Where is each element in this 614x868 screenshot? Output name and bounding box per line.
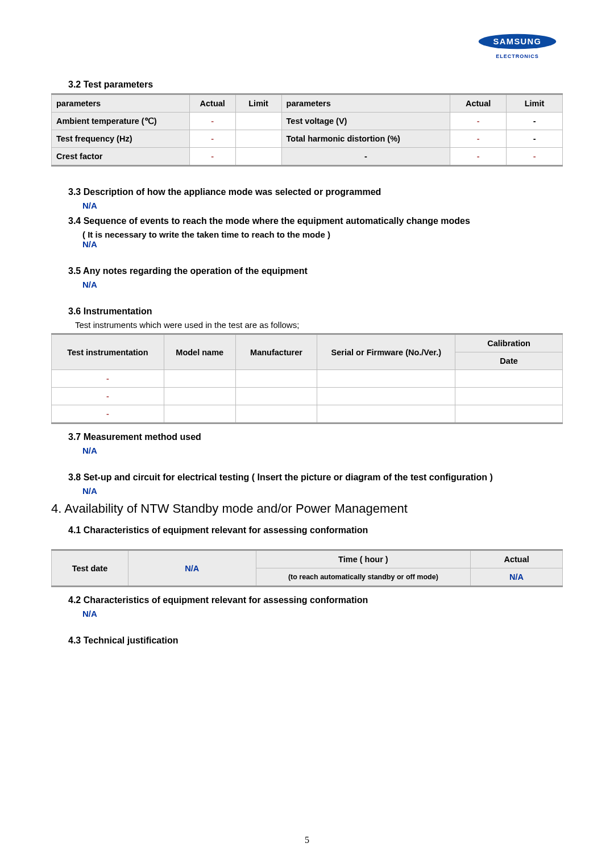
cell-value: - bbox=[450, 130, 507, 148]
section-3-4-title: 3.4 Sequence of events to reach the mode… bbox=[68, 216, 563, 226]
test-parameters-table: parameters Actual Limit parameters Actua… bbox=[51, 93, 563, 167]
col-calibration: Calibration bbox=[455, 334, 563, 352]
cell-value: - bbox=[450, 148, 507, 166]
characteristics-table: Test date N/A Time ( hour ) Actual (to r… bbox=[51, 549, 563, 587]
cell-value bbox=[455, 370, 563, 388]
param-thd: Total harmonic distortion (%) bbox=[281, 130, 450, 148]
cell-value bbox=[164, 405, 235, 423]
col-time-hour: Time ( hour ) bbox=[256, 550, 471, 568]
svg-text:SAMSUNG: SAMSUNG bbox=[493, 37, 542, 46]
col-parameters-right: parameters bbox=[281, 94, 450, 113]
param-crest-factor: Crest factor bbox=[52, 148, 190, 166]
table-row: Test date N/A Time ( hour ) Actual bbox=[52, 550, 563, 568]
cell-value bbox=[317, 388, 455, 405]
cell-value bbox=[235, 388, 317, 405]
col-actual: Actual bbox=[471, 550, 563, 568]
cell-value bbox=[317, 370, 455, 388]
col-date: Date bbox=[455, 352, 563, 370]
col-limit-left: Limit bbox=[235, 94, 281, 113]
col-time-sub: (to reach automatically standby or off m… bbox=[256, 568, 471, 587]
cell-value: - bbox=[189, 130, 235, 148]
section-3-5-value: N/A bbox=[82, 280, 563, 289]
cell-value bbox=[235, 370, 317, 388]
col-serial-firmware: Serial or Firmware (No./Ver.) bbox=[317, 334, 455, 370]
section-3-7-title: 3.7 Measurement method used bbox=[68, 432, 563, 442]
cell-value bbox=[455, 405, 563, 423]
table-row: - bbox=[52, 370, 563, 388]
param-ambient-temp: Ambient temperature (℃) bbox=[52, 113, 190, 130]
page-number: 5 bbox=[305, 835, 309, 845]
col-limit-right: Limit bbox=[507, 94, 563, 113]
col-model-name: Model name bbox=[164, 334, 235, 370]
section-3-3-title: 3.3 Description of how the appliance mod… bbox=[68, 187, 563, 197]
cell-na: N/A bbox=[471, 568, 563, 587]
samsung-logo-icon: SAMSUNG bbox=[478, 33, 557, 50]
table-row: - bbox=[52, 388, 563, 405]
section-3-8-title: 3.8 Set-up and circuit for electrical te… bbox=[68, 472, 563, 483]
cell-value: - bbox=[507, 148, 563, 166]
section-4-2-value: N/A bbox=[82, 609, 563, 618]
brand-logo: SAMSUNG ELECTRONICS bbox=[478, 33, 557, 59]
col-test-instrumentation: Test instrumentation bbox=[52, 334, 164, 370]
cell-value bbox=[235, 113, 281, 130]
cell-na: N/A bbox=[128, 550, 256, 587]
cell-value bbox=[235, 405, 317, 423]
table-row: Test frequency (Hz) - Total harmonic dis… bbox=[52, 130, 563, 148]
table-row: Crest factor - - - - bbox=[52, 148, 563, 166]
section-4-3-title: 4.3 Technical justification bbox=[68, 636, 563, 646]
col-actual-left: Actual bbox=[189, 94, 235, 113]
cell-value bbox=[235, 148, 281, 166]
param-test-voltage: Test voltage (V) bbox=[281, 113, 450, 130]
param-test-frequency: Test frequency (Hz) bbox=[52, 130, 190, 148]
col-test-date: Test date bbox=[52, 550, 128, 587]
section-3-3-value: N/A bbox=[82, 201, 563, 210]
section-3-7-value: N/A bbox=[82, 446, 563, 455]
cell-value: - bbox=[189, 148, 235, 166]
cell-value bbox=[164, 388, 235, 405]
table-header-row: Test instrumentation Model name Manufact… bbox=[52, 334, 563, 352]
cell-value bbox=[235, 130, 281, 148]
section-4-title: 4. Availability of NTW Standby mode and/… bbox=[51, 501, 563, 516]
cell-value bbox=[164, 370, 235, 388]
col-parameters-left: parameters bbox=[52, 94, 190, 113]
section-3-8-value: N/A bbox=[82, 486, 563, 496]
cell-value bbox=[317, 405, 455, 423]
cell-value: - bbox=[450, 113, 507, 130]
cell-value: - bbox=[52, 370, 164, 388]
section-3-6-note: Test instruments which were used in the … bbox=[75, 320, 563, 330]
cell-value: - bbox=[189, 113, 235, 130]
param-empty: - bbox=[281, 148, 450, 166]
col-manufacturer: Manufacturer bbox=[235, 334, 317, 370]
cell-value: - bbox=[507, 130, 563, 148]
electronics-label: ELECTRONICS bbox=[478, 53, 557, 59]
section-3-5-title: 3.5 Any notes regarding the operation of… bbox=[68, 266, 563, 276]
section-3-2-title: 3.2 Test parameters bbox=[68, 80, 563, 90]
section-3-4-value: N/A bbox=[82, 239, 563, 249]
section-4-1-title: 4.1 Characteristics of equipment relevan… bbox=[68, 525, 563, 535]
instrumentation-table: Test instrumentation Model name Manufact… bbox=[51, 333, 563, 424]
col-actual-right: Actual bbox=[450, 94, 507, 113]
cell-value: - bbox=[52, 405, 164, 423]
section-3-4-subtitle: ( It is necessary to write the taken tim… bbox=[82, 230, 563, 239]
table-header-row: parameters Actual Limit parameters Actua… bbox=[52, 94, 563, 113]
cell-value bbox=[455, 388, 563, 405]
table-row: Ambient temperature (℃) - Test voltage (… bbox=[52, 113, 563, 130]
cell-value: - bbox=[507, 113, 563, 130]
table-row: - bbox=[52, 405, 563, 423]
section-3-6-title: 3.6 Instrumentation bbox=[68, 306, 563, 317]
section-4-2-title: 4.2 Characteristics of equipment relevan… bbox=[68, 595, 563, 605]
cell-value: - bbox=[52, 388, 164, 405]
